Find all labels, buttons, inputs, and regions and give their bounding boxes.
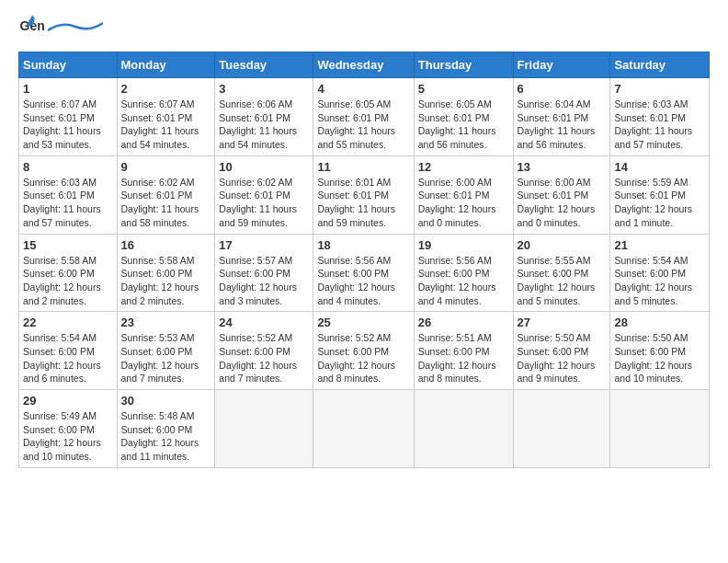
calendar-cell: 21Sunrise: 5:54 AMSunset: 6:00 PMDayligh…: [610, 234, 710, 312]
day-number: 15: [23, 238, 113, 252]
day-number: 8: [23, 160, 113, 174]
day-info: Sunrise: 6:02 AMSunset: 6:01 PMDaylight:…: [121, 176, 211, 230]
calendar-week-row: 8Sunrise: 6:03 AMSunset: 6:01 PMDaylight…: [19, 155, 710, 234]
calendar-header: SundayMondayTuesdayWednesdayThursdayFrid…: [19, 52, 710, 78]
calendar-table: SundayMondayTuesdayWednesdayThursdayFrid…: [18, 52, 710, 468]
day-info: Sunrise: 5:57 AMSunset: 6:00 PMDaylight:…: [219, 254, 309, 308]
calendar-cell: 7Sunrise: 6:03 AMSunset: 6:01 PMDaylight…: [610, 78, 710, 156]
calendar-cell: [215, 390, 313, 468]
day-number: 29: [23, 394, 113, 408]
calendar-cell: 22Sunrise: 5:54 AMSunset: 6:00 PMDayligh…: [19, 312, 118, 390]
calendar-cell: 3Sunrise: 6:06 AMSunset: 6:01 PMDaylight…: [215, 78, 313, 156]
day-number: 2: [121, 82, 211, 96]
calendar-cell: 10Sunrise: 6:02 AMSunset: 6:01 PMDayligh…: [215, 155, 313, 234]
day-info: Sunrise: 6:00 AMSunset: 6:01 PMDaylight:…: [418, 176, 509, 230]
day-number: 24: [219, 316, 309, 329]
day-info: Sunrise: 5:54 AMSunset: 6:00 PMDaylight:…: [23, 331, 113, 385]
day-info: Sunrise: 5:50 AMSunset: 6:00 PMDaylight:…: [614, 331, 705, 385]
weekday-header: Thursday: [414, 52, 513, 78]
calendar-cell: 25Sunrise: 5:52 AMSunset: 6:00 PMDayligh…: [313, 312, 414, 390]
weekday-header: Sunday: [19, 52, 118, 78]
calendar-week-row: 15Sunrise: 5:58 AMSunset: 6:00 PMDayligh…: [19, 234, 710, 312]
day-info: Sunrise: 6:07 AMSunset: 6:01 PMDaylight:…: [23, 98, 113, 152]
calendar-cell: [513, 390, 610, 468]
weekday-header: Tuesday: [215, 52, 313, 78]
day-number: 22: [23, 316, 113, 329]
day-info: Sunrise: 5:51 AMSunset: 6:00 PMDaylight:…: [418, 331, 509, 385]
calendar-cell: 6Sunrise: 6:04 AMSunset: 6:01 PMDaylight…: [513, 78, 610, 156]
day-number: 4: [317, 82, 409, 96]
logo-icon: General: [18, 15, 44, 40]
calendar-cell: 24Sunrise: 5:52 AMSunset: 6:00 PMDayligh…: [215, 312, 313, 390]
calendar-cell: 19Sunrise: 5:56 AMSunset: 6:00 PMDayligh…: [414, 234, 513, 312]
calendar-cell: 1Sunrise: 6:07 AMSunset: 6:01 PMDaylight…: [19, 78, 118, 156]
day-info: Sunrise: 5:56 AMSunset: 6:00 PMDaylight:…: [418, 254, 509, 308]
day-number: 20: [518, 238, 607, 252]
calendar-cell: 8Sunrise: 6:03 AMSunset: 6:01 PMDaylight…: [19, 155, 118, 234]
day-number: 11: [317, 160, 409, 174]
day-info: Sunrise: 5:54 AMSunset: 6:00 PMDaylight:…: [614, 254, 705, 308]
day-info: Sunrise: 5:49 AMSunset: 6:00 PMDaylight:…: [23, 409, 113, 464]
calendar-cell: 14Sunrise: 5:59 AMSunset: 6:01 PMDayligh…: [610, 155, 710, 234]
day-info: Sunrise: 5:50 AMSunset: 6:00 PMDaylight:…: [518, 331, 607, 385]
calendar-cell: [313, 390, 414, 468]
calendar-cell: 30Sunrise: 5:48 AMSunset: 6:00 PMDayligh…: [117, 390, 215, 468]
calendar-cell: 27Sunrise: 5:50 AMSunset: 6:00 PMDayligh…: [513, 312, 610, 390]
day-info: Sunrise: 6:03 AMSunset: 6:01 PMDaylight:…: [614, 98, 705, 152]
calendar-cell: [610, 390, 710, 468]
logo: General: [18, 15, 103, 40]
day-number: 23: [121, 316, 211, 329]
day-info: Sunrise: 6:05 AMSunset: 6:01 PMDaylight:…: [317, 98, 409, 152]
day-number: 27: [518, 316, 607, 329]
day-info: Sunrise: 6:00 AMSunset: 6:01 PMDaylight:…: [518, 176, 607, 230]
day-info: Sunrise: 5:59 AMSunset: 6:01 PMDaylight:…: [614, 176, 705, 230]
day-number: 19: [418, 238, 509, 252]
calendar-cell: 2Sunrise: 6:07 AMSunset: 6:01 PMDaylight…: [117, 78, 215, 156]
calendar-cell: 16Sunrise: 5:58 AMSunset: 6:00 PMDayligh…: [117, 234, 215, 312]
day-info: Sunrise: 5:52 AMSunset: 6:00 PMDaylight:…: [317, 331, 409, 385]
calendar-cell: [414, 390, 513, 468]
day-info: Sunrise: 5:48 AMSunset: 6:00 PMDaylight:…: [121, 409, 211, 464]
calendar-cell: 20Sunrise: 5:55 AMSunset: 6:00 PMDayligh…: [513, 234, 610, 312]
day-number: 1: [23, 82, 113, 96]
calendar-cell: 15Sunrise: 5:58 AMSunset: 6:00 PMDayligh…: [19, 234, 118, 312]
calendar-cell: 28Sunrise: 5:50 AMSunset: 6:00 PMDayligh…: [610, 312, 710, 390]
calendar-week-row: 29Sunrise: 5:49 AMSunset: 6:00 PMDayligh…: [19, 390, 710, 468]
day-number: 28: [614, 316, 705, 329]
day-info: Sunrise: 6:05 AMSunset: 6:01 PMDaylight:…: [418, 98, 509, 152]
calendar-cell: 11Sunrise: 6:01 AMSunset: 6:01 PMDayligh…: [313, 155, 414, 234]
calendar-week-row: 1Sunrise: 6:07 AMSunset: 6:01 PMDaylight…: [19, 78, 710, 156]
day-number: 12: [418, 160, 509, 174]
day-number: 21: [614, 238, 705, 252]
weekday-header: Monday: [117, 52, 215, 78]
calendar-cell: 26Sunrise: 5:51 AMSunset: 6:00 PMDayligh…: [414, 312, 513, 390]
calendar-cell: 18Sunrise: 5:56 AMSunset: 6:00 PMDayligh…: [313, 234, 414, 312]
day-number: 14: [614, 160, 705, 174]
day-number: 18: [317, 238, 409, 252]
calendar-cell: 4Sunrise: 6:05 AMSunset: 6:01 PMDaylight…: [313, 78, 414, 156]
day-number: 6: [518, 82, 607, 96]
calendar-week-row: 22Sunrise: 5:54 AMSunset: 6:00 PMDayligh…: [19, 312, 710, 390]
day-number: 7: [614, 82, 705, 96]
day-info: Sunrise: 5:56 AMSunset: 6:00 PMDaylight:…: [317, 254, 409, 308]
day-number: 5: [418, 82, 509, 96]
day-info: Sunrise: 6:06 AMSunset: 6:01 PMDaylight:…: [219, 98, 309, 152]
weekday-header: Saturday: [610, 52, 710, 78]
calendar-cell: 9Sunrise: 6:02 AMSunset: 6:01 PMDaylight…: [117, 155, 215, 234]
calendar-cell: 17Sunrise: 5:57 AMSunset: 6:00 PMDayligh…: [215, 234, 313, 312]
day-number: 17: [219, 238, 309, 252]
calendar-cell: 12Sunrise: 6:00 AMSunset: 6:01 PMDayligh…: [414, 155, 513, 234]
day-number: 16: [121, 238, 211, 252]
day-number: 9: [121, 160, 211, 174]
day-number: 25: [317, 316, 409, 329]
day-info: Sunrise: 6:04 AMSunset: 6:01 PMDaylight:…: [518, 98, 607, 152]
calendar-cell: 23Sunrise: 5:53 AMSunset: 6:00 PMDayligh…: [117, 312, 215, 390]
calendar-cell: 29Sunrise: 5:49 AMSunset: 6:00 PMDayligh…: [19, 390, 118, 468]
day-info: Sunrise: 6:01 AMSunset: 6:01 PMDaylight:…: [317, 176, 409, 230]
day-info: Sunrise: 5:52 AMSunset: 6:00 PMDaylight:…: [219, 331, 309, 385]
weekday-header: Friday: [513, 52, 610, 78]
day-info: Sunrise: 5:55 AMSunset: 6:00 PMDaylight:…: [518, 254, 607, 308]
day-number: 13: [518, 160, 607, 174]
weekday-header: Wednesday: [313, 52, 414, 78]
day-info: Sunrise: 5:58 AMSunset: 6:00 PMDaylight:…: [121, 254, 211, 308]
